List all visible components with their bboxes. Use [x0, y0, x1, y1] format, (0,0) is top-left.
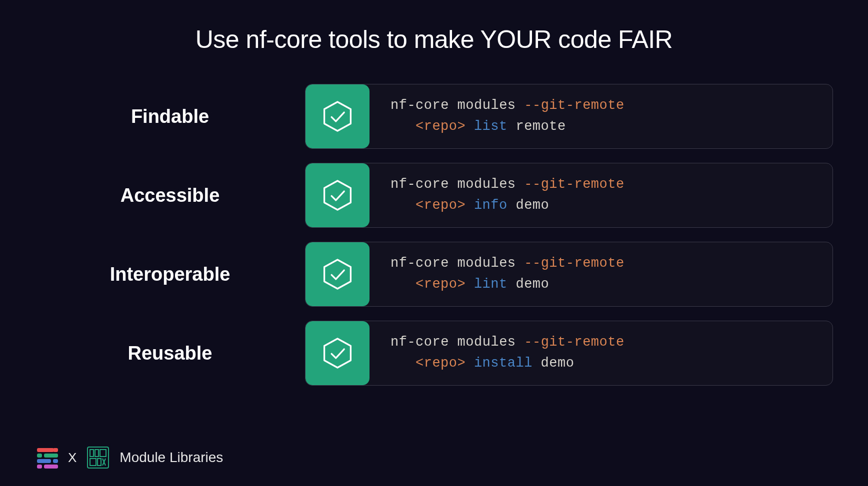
subcmd: install	[474, 356, 532, 371]
cmd: nf-core modules	[390, 177, 516, 192]
cmd: nf-core modules	[390, 256, 516, 271]
row-label: Accessible	[35, 185, 305, 206]
hexagon-check-icon	[306, 84, 370, 148]
svg-rect-6	[95, 450, 98, 457]
footer: X Module Libraries	[37, 446, 223, 469]
row-findable: Findable nf-core modules --git-remote <r…	[35, 84, 833, 149]
arg: remote	[516, 119, 566, 134]
seqera-logo-icon	[37, 447, 58, 468]
code-block: nf-core modules --git-remote <repo> lint…	[305, 242, 833, 307]
svg-rect-7	[100, 450, 106, 457]
row-label: Interoperable	[35, 264, 305, 285]
arg: demo	[516, 277, 549, 292]
arg: demo	[541, 356, 574, 371]
subcmd: info	[474, 198, 508, 213]
angle: <repo>	[416, 119, 466, 134]
svg-marker-1	[324, 181, 351, 210]
hexagon-check-icon	[306, 163, 370, 227]
angle: <repo>	[416, 198, 466, 213]
row-interoperable: Interoperable nf-core modules --git-remo…	[35, 242, 833, 307]
svg-rect-8	[90, 459, 96, 466]
code-block: nf-core modules --git-remote <repo> info…	[305, 163, 833, 228]
row-reusable: Reusable nf-core modules --git-remote <r…	[35, 321, 833, 386]
code-block: nf-core modules --git-remote <repo> list…	[305, 84, 833, 149]
subcmd: lint	[474, 277, 508, 292]
svg-marker-3	[324, 339, 351, 368]
svg-marker-2	[324, 260, 351, 289]
svg-marker-0	[324, 102, 351, 131]
code-text: nf-core modules --git-remote <repo> info…	[370, 163, 832, 227]
footer-x: X	[68, 450, 76, 466]
library-icon	[86, 446, 110, 469]
svg-rect-5	[90, 450, 94, 457]
row-label: Reusable	[35, 343, 305, 364]
row-label: Findable	[35, 106, 305, 127]
row-accessible: Accessible nf-core modules --git-remote …	[35, 163, 833, 228]
hexagon-check-icon	[306, 242, 370, 306]
angle: <repo>	[416, 356, 466, 371]
code-text: nf-core modules --git-remote <repo> list…	[370, 84, 832, 148]
fair-rows: Findable nf-core modules --git-remote <r…	[0, 84, 868, 386]
angle: <repo>	[416, 277, 466, 292]
footer-label: Module Libraries	[120, 450, 223, 466]
cmd: nf-core modules	[390, 335, 516, 350]
code-text: nf-core modules --git-remote <repo> lint…	[370, 242, 832, 306]
svg-rect-9	[98, 459, 101, 466]
cmd: nf-core modules	[390, 98, 516, 113]
flag: --git-remote	[524, 98, 624, 113]
arg: demo	[516, 198, 549, 213]
flag: --git-remote	[524, 335, 624, 350]
flag: --git-remote	[524, 177, 624, 192]
slide-title: Use nf-core tools to make YOUR code FAIR	[0, 0, 868, 54]
code-block: nf-core modules --git-remote <repo> inst…	[305, 321, 833, 386]
flag: --git-remote	[524, 256, 624, 271]
hexagon-check-icon	[306, 321, 370, 385]
code-text: nf-core modules --git-remote <repo> inst…	[370, 321, 832, 385]
subcmd: list	[474, 119, 508, 134]
